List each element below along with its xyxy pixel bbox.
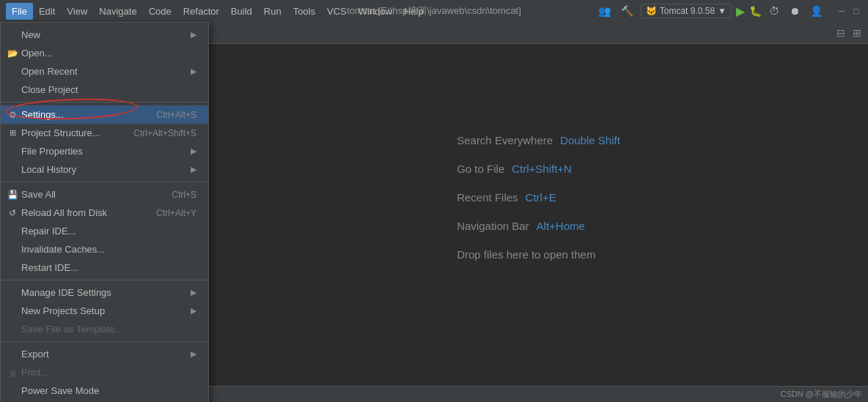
menu-print: 🖨 Print...: [1, 363, 208, 381]
menu-item-edit[interactable]: Edit: [33, 3, 61, 20]
separator-3: [1, 280, 208, 280]
menu-open-label: Open...: [21, 48, 53, 59]
window-title: tomcat [E:\hsp培训\javaweb\csdn\tomcat]: [347, 4, 521, 18]
search-everywhere-shortcut: Double Shift: [560, 134, 620, 146]
menu-restart-ide-label: Restart IDE...: [21, 262, 78, 273]
file-dropdown-menu: New ▶ 📂 Open... Open Recent ▶ Close Proj…: [0, 22, 209, 402]
recent-files-shortcut: Ctrl+E: [526, 191, 556, 204]
export-arrow: ▶: [191, 349, 196, 359]
menu-restart-ide[interactable]: Restart IDE...: [1, 258, 208, 277]
drop-files-text: Drop files here to open them: [457, 248, 620, 261]
run-config-dropdown-arrow: ▼: [718, 6, 727, 16]
menu-power-save-mode[interactable]: Power Save Mode: [1, 381, 208, 400]
menu-settings-label: Settings...: [21, 109, 64, 120]
menu-file-properties[interactable]: File Properties ▶: [1, 142, 208, 160]
debug-button[interactable]: 🐛: [749, 5, 762, 17]
menu-open[interactable]: 📂 Open...: [1, 44, 208, 62]
menu-close-project[interactable]: Close Project: [1, 81, 208, 99]
print-icon: 🖨: [7, 368, 18, 377]
menu-repair-ide[interactable]: Repair IDE...: [1, 222, 208, 240]
welcome-row-recent: Recent Files Ctrl+E: [457, 191, 620, 204]
menu-export-label: Export: [21, 349, 49, 360]
project-structure-shortcut: Ctrl+Alt+Shift+S: [133, 128, 196, 138]
go-to-file-label: Go to File: [457, 163, 504, 175]
menu-item-build[interactable]: Build: [225, 3, 258, 20]
new-arrow: ▶: [191, 30, 196, 40]
menu-reload-all[interactable]: ↺ Reload All from Disk Ctrl+Alt+Y: [1, 204, 208, 222]
menu-reload-all-label: Reload All from Disk: [21, 207, 107, 218]
status-bar-right: CSDN @不服输的少年: [781, 389, 862, 400]
new-projects-arrow: ▶: [191, 306, 196, 316]
project-structure-icon: ⊞: [7, 128, 18, 138]
folder-icon: 📂: [7, 48, 18, 59]
reload-all-shortcut: Ctrl+Alt+Y: [156, 208, 196, 218]
menu-print-label: Print...: [21, 367, 49, 378]
menu-repair-ide-label: Repair IDE...: [21, 226, 76, 237]
title-bar: File Edit View Navigate Code Refactor Bu…: [0, 0, 868, 22]
welcome-panel: Search Everywhere Double Shift Go to Fil…: [209, 22, 868, 402]
window-controls: ─ □: [836, 5, 862, 17]
menu-save-all[interactable]: 💾 Save All Ctrl+S: [1, 185, 208, 204]
save-all-shortcut: Ctrl+S: [172, 190, 196, 200]
menu-file-properties-label: File Properties: [21, 146, 83, 157]
minimize-button[interactable]: ─: [836, 5, 847, 17]
menu-manage-ide-settings[interactable]: Manage IDE Settings ▶: [1, 283, 208, 302]
menu-item-run[interactable]: Run: [258, 3, 287, 20]
run-button[interactable]: ▶: [736, 4, 745, 18]
menu-item-refactor[interactable]: Refactor: [177, 3, 225, 20]
recent-files-label: Recent Files: [457, 191, 518, 204]
menu-item-view[interactable]: View: [61, 3, 93, 20]
menu-settings[interactable]: ⚙ Settings... Ctrl+Alt+S: [1, 105, 208, 124]
menu-local-history-label: Local History: [21, 164, 76, 175]
welcome-row-nav: Navigation Bar Alt+Home: [457, 220, 620, 232]
search-everywhere-label: Search Everywhere: [457, 134, 553, 146]
menu-save-file-as-template: Save File as Template...: [1, 320, 208, 338]
menu-item-file[interactable]: File: [6, 3, 33, 20]
menu-manage-ide-settings-label: Manage IDE Settings: [21, 287, 111, 298]
coverage-button[interactable]: ⏱: [766, 4, 782, 18]
reload-icon: ↺: [7, 208, 18, 218]
welcome-content: Search Everywhere Double Shift Go to Fil…: [457, 134, 620, 261]
local-history-arrow: ▶: [191, 165, 196, 174]
menu-new-projects-setup-label: New Projects Setup: [21, 305, 105, 316]
menu-save-all-label: Save All: [21, 189, 56, 200]
more-actions-button[interactable]: 👤: [807, 4, 825, 18]
maximize-button[interactable]: □: [850, 5, 862, 17]
menu-item-navigate[interactable]: Navigate: [93, 3, 142, 20]
menu-open-recent-label: Open Recent: [21, 66, 78, 77]
menu-new[interactable]: New ▶: [1, 26, 208, 44]
run-config-name: Tomcat 9.0.58: [660, 6, 715, 16]
people-icon[interactable]: 👥: [595, 4, 614, 18]
separator-2: [1, 182, 208, 182]
hammer-icon[interactable]: 🔨: [618, 4, 636, 18]
manage-ide-arrow: ▶: [191, 288, 196, 297]
go-to-file-shortcut: Ctrl+Shift+N: [512, 163, 572, 175]
menu-item-code[interactable]: Code: [143, 3, 177, 20]
save-icon: 💾: [7, 190, 18, 200]
menu-invalidate-caches[interactable]: Invalidate Caches...: [1, 240, 208, 258]
file-properties-arrow: ▶: [191, 146, 196, 156]
navigation-bar-shortcut: Alt+Home: [537, 220, 585, 232]
welcome-row-search: Search Everywhere Double Shift: [457, 134, 620, 146]
menu-export[interactable]: Export ▶: [1, 345, 208, 363]
settings-shortcut: Ctrl+Alt+S: [156, 110, 196, 120]
separator-4: [1, 341, 208, 342]
recent-arrow: ▶: [191, 67, 196, 76]
menu-item-tools[interactable]: Tools: [287, 3, 321, 20]
menu-new-projects-setup[interactable]: New Projects Setup ▶: [1, 302, 208, 320]
menu-save-file-as-template-label: Save File as Template...: [21, 324, 123, 335]
run-config-selector[interactable]: 🐱 Tomcat 9.0.58 ▼: [641, 4, 732, 18]
navigation-bar-label: Navigation Bar: [457, 220, 529, 232]
menu-power-save-mode-label: Power Save Mode: [21, 385, 99, 396]
profile-button[interactable]: ⏺: [787, 4, 803, 18]
menu-new-label: New: [21, 29, 40, 40]
menu-project-structure[interactable]: ⊞ Project Structure... Ctrl+Alt+Shift+S: [1, 124, 208, 142]
menu-project-structure-label: Project Structure...: [21, 127, 100, 138]
separator-1: [1, 102, 208, 103]
menu-local-history[interactable]: Local History ▶: [1, 160, 208, 179]
toolbar-right: 👥 🔨 🐱 Tomcat 9.0.58 ▼ ▶ 🐛 ⏱ ⏺ 👤 ─ □: [595, 4, 862, 18]
menu-invalidate-caches-label: Invalidate Caches...: [21, 244, 105, 255]
menu-open-recent[interactable]: Open Recent ▶: [1, 62, 208, 81]
settings-icon: ⚙: [7, 110, 18, 120]
welcome-row-goto: Go to File Ctrl+Shift+N: [457, 163, 620, 175]
